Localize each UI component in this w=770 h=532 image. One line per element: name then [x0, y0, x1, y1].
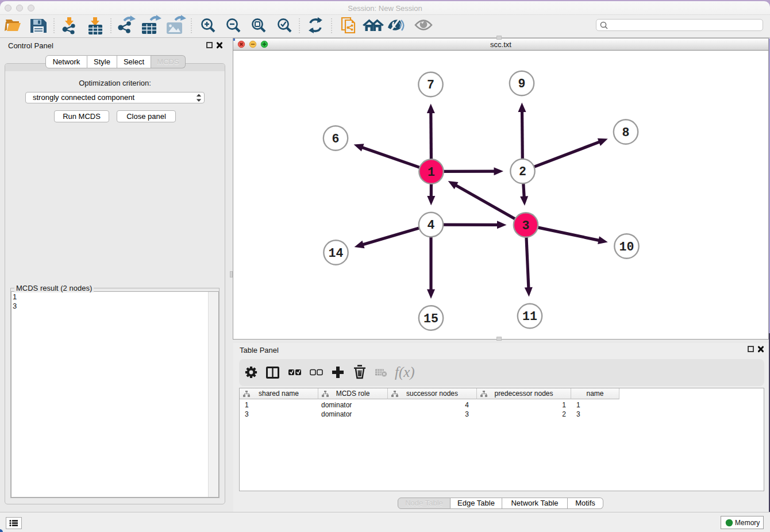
svg-text:7: 7: [427, 78, 434, 92]
svg-text:6: 6: [332, 132, 340, 146]
svg-text:10: 10: [619, 240, 634, 254]
svg-text:3: 3: [522, 219, 530, 233]
svg-text:9: 9: [518, 77, 526, 91]
svg-text:14: 14: [329, 246, 344, 260]
svg-text:2: 2: [519, 165, 526, 179]
svg-text:11: 11: [522, 310, 537, 323]
svg-text:4: 4: [428, 218, 435, 232]
svg-text:f(x): f(x): [395, 364, 415, 380]
svg-text:8: 8: [622, 126, 630, 140]
svg-text:1: 1: [428, 165, 435, 179]
svg-text:15: 15: [424, 312, 438, 326]
